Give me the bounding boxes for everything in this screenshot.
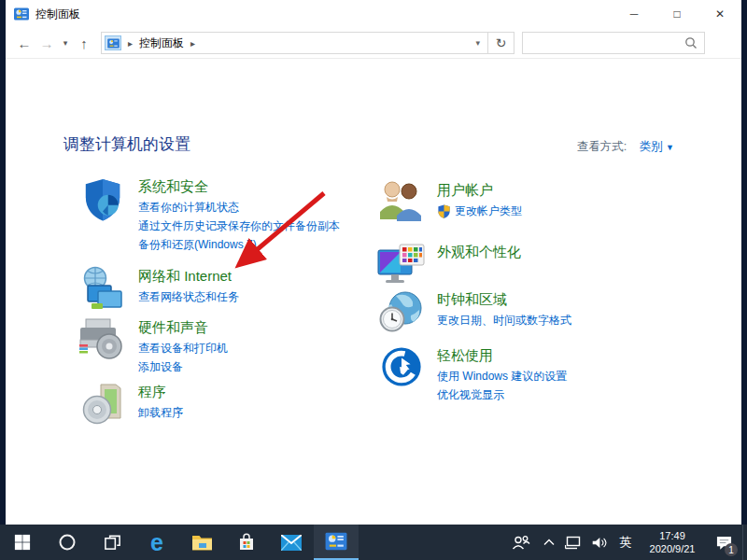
- view-by-dropdown-icon[interactable]: ▼: [666, 143, 674, 152]
- task-view-button[interactable]: [90, 525, 134, 560]
- uac-shield-icon: [437, 204, 451, 218]
- search-icon: [684, 36, 698, 53]
- category-link[interactable]: 更改帐户类型: [437, 202, 522, 220]
- clock-icon[interactable]: [377, 289, 426, 336]
- category-link[interactable]: 使用 Windows 建议的设置: [437, 367, 567, 385]
- close-button[interactable]: ✕: [698, 0, 741, 28]
- category-system-security: 系统和安全查看你的计算机状态通过文件历史记录保存你的文件备份副本备份和还原(Wi…: [78, 176, 340, 254]
- breadcrumb-control-panel-icon: [105, 35, 121, 50]
- view-by-control: 查看方式: 类别 ▼: [577, 139, 674, 155]
- maximize-button[interactable]: □: [655, 0, 698, 28]
- category-user-accounts: 用户帐户更改帐户类型: [377, 180, 522, 227]
- control-panel-window: 控制面板 ─ □ ✕ ← → ▾ ↑ ▸ 控制面板 ▸ ▾ ↻: [6, 0, 741, 525]
- address-bar[interactable]: ▸ 控制面板 ▸ ▾: [101, 32, 488, 54]
- shield-icon[interactable]: [78, 176, 127, 223]
- breadcrumb-item[interactable]: 控制面板: [139, 35, 184, 51]
- ease-icon[interactable]: [377, 345, 426, 392]
- breadcrumb-separator: ▸: [121, 38, 139, 49]
- category-programs: 程序卸载程序: [78, 382, 183, 428]
- category-title-programs[interactable]: 程序: [138, 382, 183, 401]
- category-title-network-internet[interactable]: 网络和 Internet: [138, 266, 239, 286]
- category-link[interactable]: 备份和还原(Windows 7): [138, 235, 340, 254]
- search-box[interactable]: [522, 32, 705, 54]
- volume-icon[interactable]: [585, 525, 612, 560]
- back-button[interactable]: ←: [13, 35, 35, 51]
- category-link[interactable]: 查看网络状态和任务: [138, 287, 239, 306]
- titlebar: 控制面板 ─ □ ✕: [6, 0, 741, 28]
- show-hidden-icons-chevron[interactable]: [537, 525, 561, 560]
- appearance-icon[interactable]: [377, 242, 426, 288]
- printer-icon[interactable]: [78, 317, 127, 364]
- taskbar: e 英 17:49 2020/9/21 1: [0, 525, 747, 560]
- recent-pages-dropdown-icon[interactable]: ▾: [58, 38, 73, 48]
- mail-icon[interactable]: [269, 525, 314, 560]
- navigation-bar: ← → ▾ ↑ ▸ 控制面板 ▸ ▾ ↻: [6, 28, 741, 59]
- view-by-value[interactable]: 类别: [640, 140, 663, 153]
- category-link[interactable]: 查看你的计算机状态: [138, 198, 340, 217]
- category-ease-of-access: 轻松使用使用 Windows 建议的设置优化视觉显示: [377, 345, 567, 404]
- category-title-ease-of-access[interactable]: 轻松使用: [437, 345, 567, 365]
- category-clock-region: 时钟和区域更改日期、时间或数字格式: [377, 289, 571, 336]
- people-icon[interactable]: [505, 525, 537, 560]
- category-appearance-personalization: 外观和个性化: [377, 242, 521, 288]
- address-dropdown-icon[interactable]: ▾: [475, 38, 487, 48]
- view-by-label: 查看方式:: [577, 140, 627, 153]
- up-button[interactable]: ↑: [73, 35, 95, 51]
- minimize-button[interactable]: ─: [613, 0, 655, 28]
- network-icon[interactable]: [561, 525, 585, 560]
- tray-time: 17:49: [640, 529, 705, 542]
- category-network-internet: 网络和 Internet查看网络状态和任务: [78, 266, 239, 313]
- clock-tray[interactable]: 17:49 2020/9/21: [640, 529, 705, 555]
- taskbar-control-panel-active[interactable]: [314, 525, 359, 560]
- category-title-hardware-sound[interactable]: 硬件和声音: [138, 317, 228, 337]
- show-desktop-button[interactable]: [742, 525, 747, 560]
- edge-icon[interactable]: e: [134, 525, 179, 560]
- category-link[interactable]: 卸载程序: [138, 403, 183, 422]
- category-hardware-sound: 硬件和声音查看设备和打印机添加设备: [78, 317, 228, 376]
- users-icon[interactable]: [377, 180, 426, 227]
- refresh-button[interactable]: ↻: [488, 32, 514, 54]
- breadcrumb-separator[interactable]: ▸: [184, 38, 202, 49]
- forward-button[interactable]: →: [35, 35, 58, 51]
- search-input[interactable]: [523, 34, 677, 52]
- action-center-icon[interactable]: 1: [705, 525, 742, 560]
- notification-badge: 1: [725, 543, 738, 556]
- category-link[interactable]: 更改日期、时间或数字格式: [437, 311, 571, 329]
- category-title-appearance-personalization[interactable]: 外观和个性化: [437, 242, 521, 261]
- page-title: 调整计算机的设置: [63, 133, 190, 155]
- microsoft-store-icon[interactable]: [224, 525, 269, 560]
- category-link[interactable]: 添加设备: [138, 357, 228, 376]
- category-link[interactable]: 查看设备和打印机: [138, 339, 228, 357]
- window-title: 控制面板: [35, 7, 80, 22]
- network-icon[interactable]: [78, 266, 127, 313]
- file-explorer-icon[interactable]: [179, 525, 224, 560]
- category-title-system-security[interactable]: 系统和安全: [138, 176, 340, 196]
- tray-date: 2020/9/21: [640, 542, 705, 555]
- input-method-indicator[interactable]: 英: [612, 525, 640, 560]
- category-link[interactable]: 通过文件历史记录保存你的文件备份副本: [138, 217, 340, 235]
- start-button[interactable]: [0, 525, 45, 560]
- control-panel-icon: [14, 7, 29, 21]
- category-link[interactable]: 优化视觉显示: [437, 385, 567, 404]
- content-area: 调整计算机的设置 查看方式: 类别 ▼ 系统和安全查看你的计算机状态通过文件历史…: [6, 59, 741, 524]
- cortana-button[interactable]: [45, 525, 90, 560]
- category-title-clock-region[interactable]: 时钟和区域: [437, 289, 571, 309]
- category-title-user-accounts[interactable]: 用户帐户: [437, 180, 522, 200]
- programs-icon[interactable]: [78, 382, 127, 428]
